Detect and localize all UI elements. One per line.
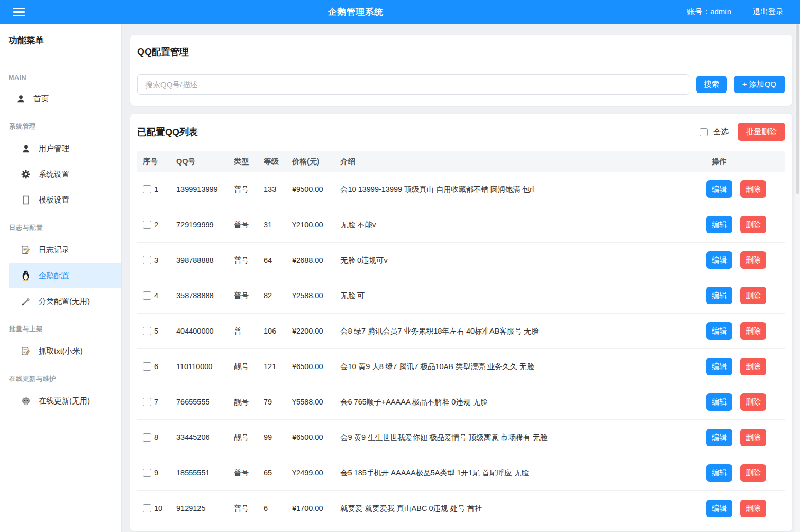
- tools-icon: [21, 297, 31, 306]
- row-index: 6: [154, 362, 158, 371]
- menu-section-update: 在线更新与维护 在线更新(无用): [0, 369, 121, 413]
- menu-section-main: MAIN 首页: [0, 68, 121, 111]
- select-all-checkbox[interactable]: [700, 128, 708, 136]
- menu-section-system: 系统管理 用户管理 系统设置 模板设置: [0, 116, 121, 212]
- sidebar-item-home[interactable]: 首页: [9, 86, 121, 111]
- row-level: 82: [264, 291, 292, 300]
- logout-link[interactable]: 退出登录: [753, 7, 784, 17]
- row-price: ¥6500.00: [292, 433, 340, 442]
- sidebar-item-label: 在线更新(无用): [39, 396, 90, 406]
- sidebar-item-label: 用户管理: [39, 144, 69, 154]
- search-input[interactable]: [137, 74, 689, 95]
- delete-button[interactable]: 删除: [740, 180, 766, 198]
- row-type: 靓号: [234, 362, 264, 372]
- row-desc: 会5 185手机开 AAAAA极品5A类型 1开1尾 首尾呼应 无脸: [340, 468, 699, 478]
- main-content: QQ配置管理 搜索 + 添加QQ 已配置QQ列表 全选 批量删除 序号 QQ号 …: [122, 24, 800, 532]
- row-checkbox[interactable]: [143, 469, 151, 477]
- edit-button[interactable]: 编辑: [706, 464, 732, 482]
- row-checkbox[interactable]: [143, 433, 151, 442]
- search-button[interactable]: 搜索: [696, 76, 727, 93]
- row-type: 普号: [234, 291, 264, 301]
- row-checkbox[interactable]: [143, 504, 151, 512]
- sidebar-item-category-config[interactable]: 分类配置(无用): [9, 289, 121, 314]
- delete-button[interactable]: 删除: [740, 216, 766, 233]
- row-index: 10: [154, 504, 162, 512]
- row-price: ¥5588.00: [292, 398, 340, 406]
- row-type: 靓号: [234, 397, 264, 407]
- qq-config-card: QQ配置管理 搜索 + 添加QQ: [130, 35, 792, 106]
- edit-button[interactable]: 编辑: [706, 358, 732, 375]
- section-label: 系统管理: [0, 116, 121, 135]
- row-price: ¥2588.00: [292, 291, 340, 300]
- delete-button[interactable]: 删除: [740, 464, 766, 482]
- row-desc: 会6 765顺子+AAAAA 极品不解释 0违规 无脸: [340, 397, 699, 407]
- edit-button[interactable]: 编辑: [706, 180, 732, 198]
- row-desc: 无脸 不能v: [340, 220, 699, 230]
- row-level: 79: [264, 398, 292, 406]
- row-qq: 76655555: [176, 398, 234, 406]
- row-checkbox[interactable]: [143, 185, 151, 193]
- scrollbar-thumb[interactable]: [796, 24, 799, 194]
- edit-button[interactable]: 编辑: [706, 500, 732, 517]
- row-price: ¥2100.00: [292, 221, 340, 229]
- edit-button[interactable]: 编辑: [706, 251, 732, 269]
- menu-section-batch: 批量与上架 抓取txt(小米): [0, 319, 121, 363]
- app-title: 企鹅管理系统: [328, 6, 384, 18]
- edit-button[interactable]: 编辑: [706, 429, 732, 446]
- sidebar-item-grab-txt[interactable]: 抓取txt(小米): [9, 339, 121, 363]
- sidebar-item-user-management[interactable]: 用户管理: [9, 136, 121, 161]
- table-header: 序号 QQ号 类型 等级 价格(元) 介绍 操作: [137, 151, 785, 172]
- sidebar-item-penguin-config[interactable]: 企鹅配置: [9, 263, 121, 288]
- delete-button[interactable]: 删除: [740, 358, 766, 375]
- sidebar-item-label: 模板设置: [39, 195, 69, 205]
- robot-icon: [21, 396, 31, 406]
- hamburger-icon[interactable]: [13, 8, 25, 16]
- add-qq-button[interactable]: + 添加QQ: [734, 76, 785, 93]
- row-desc: 会8 绿7 腾讯会员7 业务累积18年左右 40标准AB客服号 无脸: [340, 326, 699, 336]
- batch-delete-button[interactable]: 批量删除: [738, 123, 785, 141]
- divider: [137, 66, 785, 66]
- delete-button[interactable]: 删除: [740, 500, 766, 517]
- delete-button[interactable]: 删除: [740, 393, 766, 411]
- placeholder-glyph-icon: [21, 195, 31, 205]
- sidebar-item-log-records[interactable]: 日志记录: [9, 237, 121, 262]
- row-checkbox[interactable]: [143, 291, 151, 300]
- row-checkbox[interactable]: [143, 221, 151, 229]
- row-index: 2: [154, 221, 158, 229]
- row-desc: 无脸 0违规可v: [340, 255, 699, 265]
- row-type: 普号: [234, 468, 264, 478]
- row-checkbox[interactable]: [143, 398, 151, 406]
- row-type: 普号: [234, 504, 264, 513]
- row-level: 133: [264, 185, 292, 193]
- col-index: 序号: [143, 157, 176, 167]
- delete-button[interactable]: 删除: [740, 251, 766, 269]
- page-scrollbar[interactable]: [795, 24, 800, 532]
- sidebar-item-template-settings[interactable]: 模板设置: [9, 188, 121, 212]
- edit-button[interactable]: 编辑: [706, 216, 732, 233]
- section-label: 日志与配置: [0, 217, 121, 236]
- table-row: 6 110110000 靓号 121 ¥6500.00 会10 黄9 大8 绿7…: [137, 349, 785, 384]
- row-type: 普号: [234, 185, 264, 194]
- gear-icon: [21, 170, 31, 179]
- delete-button[interactable]: 删除: [740, 429, 766, 446]
- row-checkbox[interactable]: [143, 327, 151, 335]
- row-desc: 会9 黄9 生生世世我爱你妞 极品爱情号 顶级寓意 市场稀有 无脸: [340, 433, 699, 443]
- table-row: 3 398788888 普号 64 ¥2688.00 无脸 0违规可v 编辑删除: [137, 243, 785, 278]
- edit-button[interactable]: 编辑: [706, 287, 732, 304]
- row-level: 121: [264, 362, 292, 371]
- sidebar-item-system-settings[interactable]: 系统设置: [9, 162, 121, 187]
- user-icon: [21, 144, 31, 154]
- delete-button[interactable]: 删除: [740, 322, 766, 340]
- row-checkbox[interactable]: [143, 362, 151, 371]
- row-qq: 110110000: [176, 362, 234, 371]
- row-checkbox[interactable]: [143, 256, 151, 264]
- row-qq: 9129125: [176, 504, 234, 512]
- edit-button[interactable]: 编辑: [706, 322, 732, 340]
- edit-button[interactable]: 编辑: [706, 393, 732, 411]
- sidebar-item-label: 系统设置: [39, 170, 69, 179]
- row-price: ¥2499.00: [292, 469, 340, 477]
- delete-button[interactable]: 删除: [740, 287, 766, 304]
- sidebar-item-online-update[interactable]: 在线更新(无用): [9, 389, 121, 413]
- row-price: ¥1700.00: [292, 504, 340, 512]
- row-desc: 会10 黄9 大8 绿7 腾讯7 极品10AB 类型漂亮 业务久久 无脸: [340, 362, 699, 372]
